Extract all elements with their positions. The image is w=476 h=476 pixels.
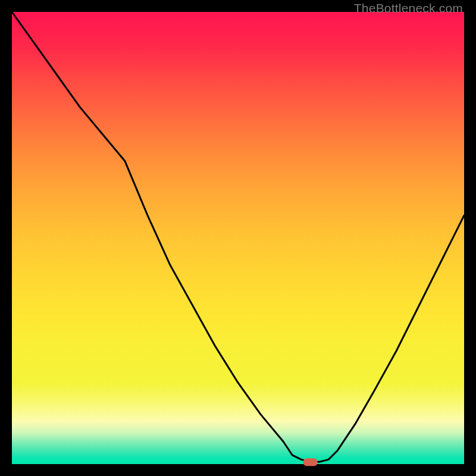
watermark-text: TheBottleneck.com (354, 1, 463, 15)
chart-frame: TheBottleneck.com (0, 0, 476, 476)
plot-area (12, 12, 464, 464)
optimal-marker (303, 458, 318, 466)
chart-svg (12, 12, 464, 464)
bottleneck-curve (12, 12, 464, 462)
